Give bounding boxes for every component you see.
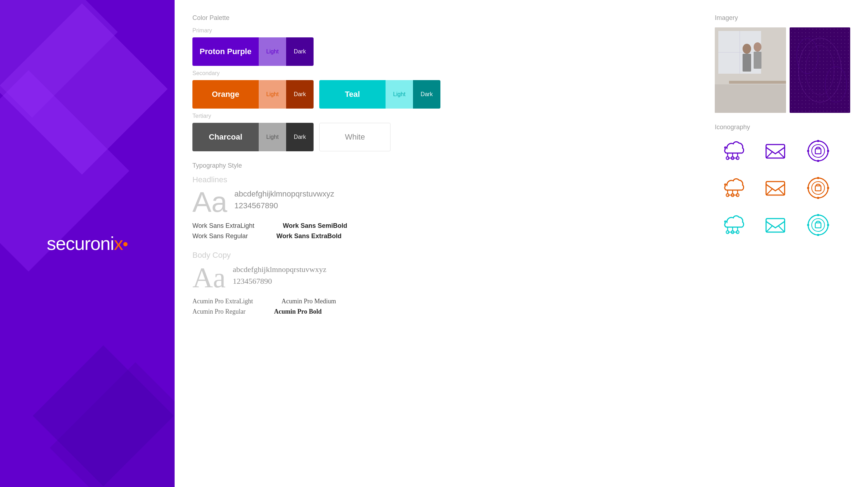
email-teal-icon [758, 211, 793, 239]
acumin-medium: Acumin Pro Medium [281, 298, 336, 305]
proton-purple-swatch: Proton Purple Light Dark [192, 37, 314, 66]
secondary-row: Orange Light Dark Teal Light [192, 80, 693, 109]
svg-point-27 [817, 140, 819, 142]
orange-main: Orange [192, 80, 259, 109]
svg-rect-6 [743, 54, 751, 72]
body-copy-chars: abcdefghijklmnopqrstuvwxyz 1234567890 [233, 263, 326, 287]
lock-ring-purple-icon [800, 137, 836, 165]
svg-point-47 [807, 187, 809, 189]
typography-label: Typography Style [192, 162, 693, 169]
lock-ring-teal-icon [800, 211, 836, 239]
svg-point-58 [808, 215, 828, 235]
logo: securonix [47, 233, 128, 254]
svg-rect-9 [729, 81, 786, 84]
svg-line-56 [766, 226, 773, 232]
orange-dark: Dark [286, 80, 314, 109]
icon-grid [715, 137, 850, 239]
svg-point-46 [817, 197, 819, 199]
logo-area: securonix [47, 233, 128, 254]
svg-point-11 [806, 45, 834, 95]
svg-line-39 [766, 189, 773, 195]
svg-line-40 [778, 189, 785, 195]
svg-point-30 [807, 150, 809, 152]
body-copy-name-row-2: Acumin Pro Regular Acumin Pro Bold [192, 308, 693, 315]
headlines-big-aa: Aa [192, 188, 227, 216]
teal-main: Teal [319, 80, 386, 109]
color-palette-label: Color Palette [192, 14, 693, 22]
headlines-name-row-1: Work Sans ExtraLight Work Sans SemiBold [192, 222, 693, 230]
imagery-label: Imagery [715, 14, 850, 22]
orange-swatch: Orange Light Dark [192, 80, 314, 109]
cloud-network-orange-icon [715, 174, 750, 202]
svg-point-13 [825, 67, 847, 102]
svg-point-10 [799, 38, 841, 102]
cloud-network-teal-icon [715, 211, 750, 239]
acumin-extralight: Acumin Pro ExtraLight [192, 298, 253, 305]
teal-dark: Dark [413, 80, 440, 109]
body-copy-name-row-1: Acumin Pro ExtraLight Acumin Pro Medium [192, 298, 693, 305]
svg-rect-21 [766, 145, 785, 158]
svg-point-5 [743, 44, 751, 54]
svg-point-59 [812, 219, 825, 231]
svg-line-22 [766, 152, 773, 158]
proton-purple-dark: Dark [286, 37, 314, 66]
lock-ring-orange-icon [800, 174, 836, 202]
work-sans-extralight: Work Sans ExtraLight [192, 222, 254, 230]
email-orange-icon [758, 174, 793, 202]
svg-rect-26 [815, 149, 821, 154]
headlines-names: Work Sans ExtraLight Work Sans SemiBold … [192, 222, 693, 240]
tertiary-label: Tertiary [192, 113, 693, 119]
svg-line-23 [778, 152, 785, 158]
svg-point-25 [812, 145, 825, 157]
charcoal-swatch: Charcoal Light Dark [192, 123, 314, 151]
iconography-label: Iconography [715, 124, 850, 131]
headlines-group: Headlines Aa abcdefghijklmnopqrstuvwxyz … [192, 175, 693, 240]
secondary-label: Secondary [192, 70, 693, 77]
svg-point-29 [817, 160, 819, 162]
color-palette-section: Color Palette Primary Proton Purple Ligh… [192, 14, 693, 151]
body-copy-group: Body Copy Aa abcdefghijklmnopqrstuvwxyz … [192, 251, 693, 315]
right-panel: Color Palette Primary Proton Purple Ligh… [175, 0, 868, 487]
svg-point-42 [812, 182, 825, 194]
charcoal-light: Light [259, 123, 286, 151]
charcoal-main: Charcoal [192, 123, 259, 151]
svg-point-24 [808, 141, 828, 161]
svg-point-12 [797, 38, 818, 74]
imagery-section: Imagery [715, 14, 850, 113]
svg-line-57 [778, 226, 785, 232]
logo-dot [123, 242, 128, 246]
headlines-sample: Aa abcdefghijklmnopqrstuvwxyz 1234567890 [192, 188, 693, 216]
svg-point-41 [808, 178, 828, 198]
right-content: Imagery [715, 14, 850, 399]
svg-point-64 [807, 224, 809, 226]
images-row [715, 27, 850, 113]
svg-point-61 [817, 214, 819, 216]
primary-label: Primary [192, 27, 693, 34]
svg-point-28 [827, 150, 829, 152]
svg-rect-8 [754, 52, 761, 69]
office-image [715, 27, 786, 113]
body-copy-big-aa: Aa [192, 263, 226, 292]
body-copy-sample: Aa abcdefghijklmnopqrstuvwxyz 1234567890 [192, 263, 693, 292]
body-copy-label: Body Copy [192, 251, 693, 260]
work-sans-semibold: Work Sans SemiBold [283, 222, 347, 230]
orange-light: Light [259, 80, 286, 109]
primary-row: Proton Purple Light Dark [192, 37, 693, 66]
proton-purple-main: Proton Purple [192, 37, 259, 66]
white-swatch: White [319, 123, 391, 151]
work-sans-regular: Work Sans Regular [192, 232, 248, 240]
body-copy-names: Acumin Pro ExtraLight Acumin Pro Medium … [192, 298, 693, 315]
logo-x: x [114, 233, 123, 254]
svg-point-62 [827, 224, 829, 226]
headlines-name-row-2: Work Sans Regular Work Sans ExtraBold [192, 232, 693, 240]
headlines-label: Headlines [192, 175, 693, 184]
acumin-regular: Acumin Pro Regular [192, 308, 246, 315]
email-purple-icon [758, 137, 793, 165]
svg-rect-38 [766, 182, 785, 195]
charcoal-dark: Dark [286, 123, 314, 151]
cloud-network-purple-icon [715, 137, 750, 165]
left-panel: securonix [0, 0, 175, 487]
purple-pattern-image [790, 27, 850, 113]
svg-rect-55 [766, 219, 785, 232]
svg-point-44 [817, 177, 819, 179]
